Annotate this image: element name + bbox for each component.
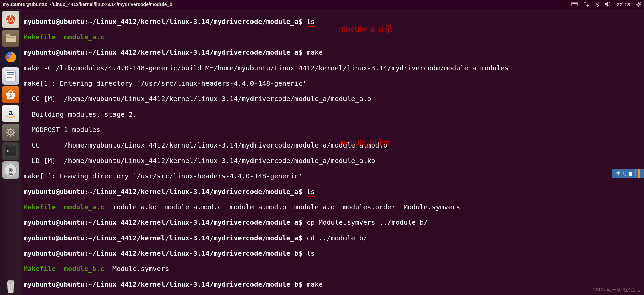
annotation-module-a: module_a 目录: [339, 24, 393, 34]
svg-rect-19: [7, 74, 14, 75]
svg-text:a: a: [9, 108, 13, 117]
terminal-line: make[1]: Leaving directory `/usr/src/lin…: [24, 172, 642, 180]
svg-rect-20: [7, 76, 14, 76]
files-icon[interactable]: [2, 30, 19, 47]
shirt-icon: [628, 171, 633, 176]
svg-rect-6: [573, 5, 576, 5]
ime-lang: 中: [616, 171, 621, 177]
svg-rect-21: [7, 77, 12, 78]
svg-rect-5: [576, 3, 577, 4]
dash-icon[interactable]: [2, 11, 19, 28]
keyboard-icon[interactable]: [571, 2, 578, 7]
terminal-line: Makefile module_a.c: [24, 33, 642, 41]
terminal-line: LD [M] /home/myubuntu/Linux_4412/kernel/…: [24, 157, 642, 165]
disc-icon[interactable]: DVD: [2, 161, 19, 179]
terminal-line: make[1]: Entering directory `/usr/src/li…: [24, 80, 642, 87]
watermark: CSDN @一条飞的鱼儿: [592, 287, 640, 293]
terminal-line: Building modules, stage 2.: [24, 111, 642, 118]
top-panel: myubuntu@ubuntu: ~/Linux_4412/kernel/lin…: [0, 0, 644, 9]
window-title: myubuntu@ubuntu: ~/Linux_4412/kernel/lin…: [3, 2, 571, 7]
svg-rect-0: [571, 3, 578, 6]
system-indicators: 22:13: [571, 1, 641, 7]
terminal-icon[interactable]: >_: [2, 142, 19, 160]
svg-rect-18: [7, 72, 14, 73]
terminal-line: CC [M] /home/myubuntu/Linux_4412/kernel/…: [24, 95, 642, 103]
svg-point-7: [638, 3, 640, 5]
svg-rect-14: [6, 34, 10, 37]
software-icon[interactable]: A: [2, 86, 19, 103]
svg-point-11: [7, 20, 9, 22]
launcher: A a >_ DVD: [0, 9, 21, 295]
gear-icon[interactable]: [636, 2, 641, 7]
svg-rect-1: [572, 3, 573, 4]
terminal-line: make -C /lib/modules/4.4.0-148-generic/b…: [24, 64, 642, 72]
svg-point-10: [10, 15, 12, 17]
terminal-line: myubuntu@ubuntu:~/Linux_4412/kernel/linu…: [24, 234, 642, 242]
terminal-line: MODPOST 1 modules: [24, 126, 642, 134]
svg-text:>_: >_: [7, 148, 12, 153]
sound-icon[interactable]: [605, 2, 611, 7]
svg-point-25: [10, 131, 12, 133]
svg-rect-33: [8, 280, 14, 282]
svg-text:A: A: [9, 93, 12, 99]
terminal-line: myubuntu@ubuntu:~/Linux_4412/kernel/linu…: [24, 250, 642, 257]
terminal[interactable]: myubuntu@ubuntu:~/Linux_4412/kernel/linu…: [21, 9, 644, 295]
svg-text:DVD: DVD: [9, 173, 13, 176]
terminal-line: myubuntu@ubuntu:~/Linux_4412/kernel/linu…: [24, 18, 642, 26]
terminal-line: myubuntu@ubuntu:~/Linux_4412/kernel/linu…: [24, 281, 642, 288]
svg-rect-4: [575, 3, 576, 4]
annotation-module-b: module_b目录: [339, 137, 390, 148]
trash-icon[interactable]: [2, 278, 19, 295]
svg-point-12: [13, 20, 15, 22]
terminal-line: myubuntu@ubuntu:~/Linux_4412/kernel/linu…: [24, 188, 642, 196]
writer-icon[interactable]: [2, 67, 19, 85]
ime-sym: °,: [623, 171, 626, 176]
terminal-line: myubuntu@ubuntu:~/Linux_4412/kernel/linu…: [24, 219, 642, 226]
terminal-line: Makefile module_b.c Module.symvers: [24, 265, 642, 273]
terminal-line: CC /home/myubuntu/Linux_4412/kernel/linu…: [24, 141, 642, 149]
settings-icon[interactable]: [2, 124, 19, 141]
amazon-icon[interactable]: a: [2, 105, 19, 122]
bluetooth-icon[interactable]: [595, 1, 599, 7]
svg-rect-3: [574, 3, 575, 4]
firefox-icon[interactable]: [2, 48, 19, 66]
ime-indicator[interactable]: 中 °,: [612, 169, 644, 178]
terminal-line: myubuntu@ubuntu:~/Linux_4412/kernel/linu…: [24, 49, 642, 56]
clock[interactable]: 22:13: [617, 2, 630, 7]
svg-point-30: [10, 169, 11, 171]
terminal-line: Makefile module_a.c module_a.ko module_a…: [24, 203, 642, 211]
network-icon[interactable]: [584, 2, 589, 7]
svg-rect-2: [573, 3, 574, 4]
svg-rect-15: [6, 37, 15, 38]
